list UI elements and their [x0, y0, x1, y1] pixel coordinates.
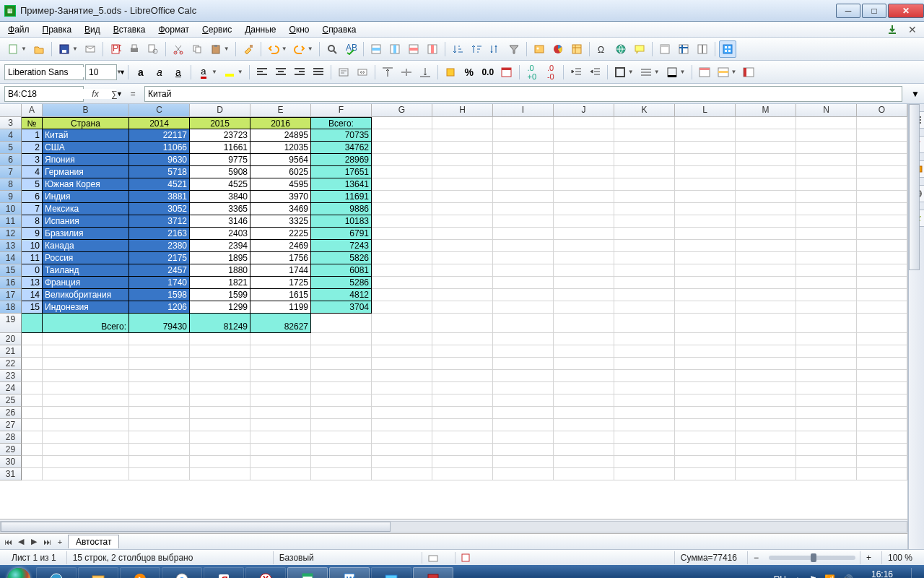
cell[interactable]	[796, 370, 857, 382]
taskbar-yandex-y[interactable]: Я	[204, 567, 244, 578]
email-button[interactable]	[82, 40, 99, 58]
cell[interactable]	[43, 382, 129, 394]
cell[interactable]	[614, 382, 675, 394]
cell[interactable]	[432, 382, 493, 394]
cell[interactable]: 1599	[190, 289, 250, 301]
cell[interactable]	[311, 345, 372, 358]
download-icon[interactable]	[886, 24, 898, 35]
align-right-button[interactable]	[291, 64, 308, 81]
cell[interactable]	[432, 154, 493, 166]
row-header[interactable]: 6	[0, 154, 22, 166]
cell[interactable]: 5908	[190, 166, 250, 178]
cell[interactable]	[675, 370, 736, 382]
row-header[interactable]: 26	[0, 407, 22, 419]
cell[interactable]	[190, 333, 250, 345]
cell[interactable]	[372, 370, 432, 382]
col-header-C[interactable]: C	[129, 104, 190, 116]
cell[interactable]	[493, 277, 554, 289]
special-char-button[interactable]: Ω	[593, 40, 611, 58]
row-header[interactable]: 13	[0, 240, 22, 252]
cell[interactable]	[43, 468, 129, 480]
hyperlink-button[interactable]	[612, 40, 629, 58]
row-header[interactable]: 29	[0, 444, 22, 456]
cell[interactable]	[372, 142, 432, 154]
col-header-J[interactable]: J	[554, 104, 614, 116]
cell[interactable]	[614, 444, 675, 456]
cell[interactable]	[432, 277, 493, 289]
cell[interactable]	[372, 203, 432, 215]
taskbar-other[interactable]	[413, 567, 453, 578]
spellcheck-button[interactable]: ABC	[342, 40, 359, 58]
cell[interactable]	[311, 370, 372, 382]
cell[interactable]	[190, 456, 250, 468]
cut-button[interactable]	[170, 40, 187, 58]
cell[interactable]: Канада	[43, 240, 129, 252]
cell[interactable]	[432, 166, 493, 178]
font-size-dropdown[interactable]: ▼	[116, 69, 122, 75]
cell[interactable]	[493, 370, 554, 382]
cell[interactable]	[43, 419, 129, 431]
cell[interactable]	[857, 333, 907, 345]
cell[interactable]	[857, 289, 907, 301]
cell[interactable]	[857, 314, 907, 333]
cell[interactable]	[675, 240, 736, 252]
cell[interactable]	[614, 358, 675, 370]
cell[interactable]	[250, 382, 311, 394]
taskbar-ie[interactable]	[36, 567, 77, 578]
formula-input[interactable]	[148, 89, 899, 99]
row-header[interactable]: 17	[0, 289, 22, 301]
cell[interactable]: 3881	[129, 191, 190, 203]
cell[interactable]	[796, 358, 857, 370]
formula-expand[interactable]: ▼	[911, 89, 920, 99]
date-button[interactable]	[498, 64, 515, 81]
cell[interactable]: Мексика	[43, 203, 129, 215]
cell[interactable]	[614, 289, 675, 301]
tray-net-icon[interactable]: 📶	[824, 574, 835, 578]
copy-button[interactable]	[188, 40, 206, 58]
cell[interactable]	[493, 252, 554, 264]
paste-dropdown[interactable]: ▼	[224, 46, 230, 52]
function-wizard-button[interactable]: fx	[88, 87, 103, 101]
cell[interactable]	[614, 264, 675, 277]
insert-image-button[interactable]	[531, 40, 548, 58]
cell[interactable]: 7243	[311, 240, 372, 252]
cell[interactable]	[614, 240, 675, 252]
cell[interactable]	[675, 358, 736, 370]
borders-button[interactable]	[611, 64, 629, 81]
cell[interactable]: 2225	[250, 228, 311, 240]
cell[interactable]	[554, 370, 614, 382]
cell[interactable]	[614, 456, 675, 468]
hscrollbar[interactable]	[0, 519, 907, 533]
cell[interactable]: 9	[22, 228, 43, 240]
cell[interactable]	[190, 407, 250, 419]
cell[interactable]	[22, 382, 43, 394]
cell[interactable]	[675, 407, 736, 419]
percent-button[interactable]: %	[461, 64, 478, 81]
new-dropdown[interactable]: ▼	[21, 46, 27, 52]
cell[interactable]	[190, 358, 250, 370]
cell[interactable]	[857, 456, 907, 468]
cell[interactable]: 2015	[190, 117, 250, 129]
cell[interactable]	[736, 203, 796, 215]
cell[interactable]	[129, 333, 190, 345]
cell[interactable]	[614, 314, 675, 333]
cell[interactable]	[493, 314, 554, 333]
cell[interactable]	[43, 456, 129, 468]
cell[interactable]: 1206	[129, 301, 190, 314]
cell[interactable]	[432, 358, 493, 370]
cell[interactable]	[796, 203, 857, 215]
highlight-dropdown[interactable]: ▼	[237, 69, 243, 75]
cell[interactable]	[432, 456, 493, 468]
vscrollbar[interactable]	[907, 104, 908, 549]
font-size-input[interactable]	[89, 67, 113, 77]
cond-format-dropdown[interactable]: ▼	[731, 69, 737, 75]
cell[interactable]	[554, 456, 614, 468]
cell[interactable]	[796, 333, 857, 345]
cell[interactable]	[796, 468, 857, 480]
cell[interactable]	[796, 240, 857, 252]
menu-window[interactable]: Окно	[284, 23, 315, 36]
delete-row-button[interactable]	[405, 40, 422, 58]
cell[interactable]	[857, 301, 907, 314]
cell[interactable]	[129, 456, 190, 468]
cell[interactable]: Бразилия	[43, 228, 129, 240]
